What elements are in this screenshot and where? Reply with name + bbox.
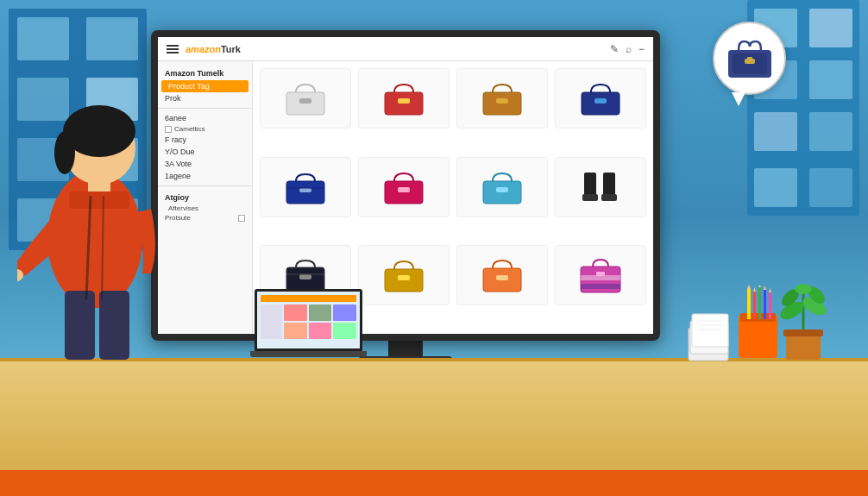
amt-header: amazonTurk ✎ ⌕ − — [158, 37, 653, 61]
monitor-neck — [388, 341, 423, 356]
product-card-10[interactable] — [358, 245, 450, 305]
person-figure — [17, 75, 198, 368]
product-card-7[interactable] — [456, 157, 548, 217]
edit-icon[interactable]: ✎ — [610, 43, 619, 55]
laptop — [246, 289, 371, 362]
plant — [773, 276, 833, 362]
speech-bubble — [713, 22, 786, 95]
desk-accent — [0, 470, 868, 496]
monitor-screen: amazonTurk ✎ ⌕ − Amazon Tumelk Product T… — [151, 30, 660, 341]
svg-rect-70 — [769, 292, 771, 319]
protsute-checkbox[interactable] — [238, 215, 245, 222]
monitor: amazonTurk ✎ ⌕ − Amazon Tumelk Product T… — [151, 30, 660, 392]
product-card-8[interactable] — [555, 157, 646, 217]
search-icon[interactable]: ⌕ — [626, 43, 632, 55]
bag-icon-3 — [481, 79, 524, 117]
svg-marker-74 — [764, 286, 766, 290]
product-card-12[interactable] — [555, 245, 646, 305]
amt-body: Amazon Tumelk Product Tag Prok 6anee Cam… — [158, 61, 653, 334]
svg-rect-2 — [86, 17, 138, 60]
svg-point-55 — [54, 131, 75, 174]
turk-text: Turk — [221, 44, 241, 54]
svg-rect-36 — [496, 187, 508, 192]
svg-marker-75 — [769, 288, 771, 292]
laptop-base — [250, 351, 367, 357]
svg-point-83 — [795, 284, 812, 294]
svg-rect-40 — [601, 194, 617, 201]
svg-rect-13 — [809, 60, 852, 99]
svg-rect-16 — [754, 168, 797, 207]
boots-icon-8 — [579, 168, 622, 206]
laptop-screen — [255, 289, 362, 351]
bag-icon-5 — [284, 168, 327, 206]
svg-marker-72 — [753, 287, 756, 292]
main-scene: amazonTurk ✎ ⌕ − Amazon Tumelk Product T… — [0, 0, 868, 496]
bag-icon-7 — [481, 168, 524, 206]
svg-rect-27 — [496, 98, 508, 104]
product-card-4[interactable] — [555, 68, 646, 129]
svg-rect-51 — [596, 272, 605, 276]
product-card-3[interactable] — [456, 68, 548, 129]
bag-icon-12 — [579, 256, 622, 294]
bag-icon-6 — [382, 168, 425, 206]
svg-rect-29 — [594, 98, 607, 104]
product-card-5[interactable] — [260, 157, 351, 217]
svg-rect-86 — [692, 314, 728, 347]
papers-stack — [687, 302, 730, 362]
svg-rect-17 — [809, 168, 852, 207]
svg-rect-45 — [398, 275, 410, 280]
bag-icon-10 — [382, 256, 425, 294]
svg-rect-23 — [299, 98, 311, 104]
svg-rect-50 — [581, 284, 620, 289]
svg-rect-69 — [764, 290, 766, 319]
svg-rect-60 — [65, 291, 95, 360]
svg-rect-57 — [69, 191, 129, 209]
svg-rect-34 — [398, 187, 410, 192]
product-card-6[interactable] — [358, 157, 450, 217]
bubble-bag-icon — [724, 35, 776, 82]
svg-rect-68 — [758, 287, 761, 319]
svg-rect-42 — [299, 274, 311, 279]
bag-icon-11 — [481, 256, 524, 294]
svg-rect-31 — [299, 188, 311, 192]
bag-icon-1 — [284, 79, 327, 117]
svg-rect-77 — [783, 330, 823, 336]
svg-rect-67 — [753, 292, 756, 319]
desk — [0, 358, 868, 496]
amazon-text: amazon — [186, 44, 221, 54]
product-card-2[interactable] — [358, 68, 450, 129]
svg-marker-73 — [758, 285, 761, 287]
svg-rect-25 — [398, 98, 410, 104]
hamburger-menu-icon[interactable] — [167, 45, 179, 53]
header-icons: ✎ ⌕ − — [610, 43, 645, 55]
product-card-1[interactable] — [260, 68, 351, 129]
svg-rect-21 — [747, 57, 752, 60]
svg-rect-1 — [17, 17, 69, 60]
svg-rect-66 — [747, 289, 751, 319]
bag-icon-4 — [579, 79, 622, 117]
product-card-11[interactable] — [456, 245, 548, 305]
svg-rect-15 — [809, 112, 852, 151]
bag-icon-2 — [382, 79, 425, 117]
svg-rect-11 — [809, 9, 852, 47]
svg-rect-47 — [496, 275, 508, 280]
minimize-icon[interactable]: − — [638, 43, 645, 55]
svg-marker-71 — [747, 285, 751, 289]
svg-rect-14 — [754, 112, 797, 151]
amt-logo: amazonTurk — [186, 44, 241, 54]
amt-interface: amazonTurk ✎ ⌕ − Amazon Tumelk Product T… — [158, 37, 653, 334]
svg-rect-38 — [582, 194, 598, 201]
svg-rect-61 — [99, 291, 129, 360]
